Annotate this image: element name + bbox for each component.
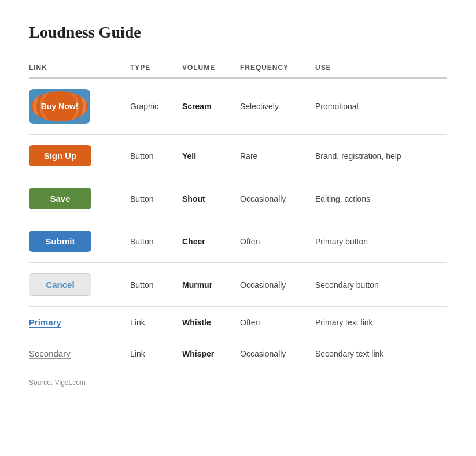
cancel-button[interactable]: Cancel [29,273,91,296]
link-cell: Submit [29,220,124,263]
volume-cell: Whisper [176,338,234,369]
frequency-cell: Occasionally [234,263,309,307]
volume-cell: Whistle [176,307,234,338]
frequency-cell: Occasionally [234,338,309,369]
link-cell: Secondary [29,338,124,369]
type-cell: Button [124,135,176,177]
table-row: PrimaryLinkWhistleOftenPrimary text link [29,307,447,338]
buy-now-label: Buy Now! [41,102,79,111]
table-row: SecondaryLinkWhisperOccasionallySecondar… [29,338,447,369]
primary-link[interactable]: Primary [29,317,61,328]
frequency-cell: Often [234,307,309,338]
type-cell: Link [124,307,176,338]
header-use: USE [309,59,447,78]
use-cell: Primary text link [309,307,447,338]
use-cell: Secondary text link [309,338,447,369]
type-cell: Button [124,220,176,263]
type-cell: Graphic [124,78,176,135]
table-row: SaveButtonShoutOccasionallyEditing, acti… [29,177,447,220]
use-cell: Brand, registration, help [309,135,447,177]
secondary-link[interactable]: Secondary [29,349,71,359]
frequency-cell: Often [234,220,309,263]
frequency-cell: Selectively [234,78,309,135]
loudness-guide-table: LINK TYPE VOLUME FREQUENCY USE Buy Now!G… [29,59,447,369]
frequency-cell: Occasionally [234,177,309,220]
type-cell: Button [124,263,176,307]
link-cell: Cancel [29,263,124,307]
link-cell: Sign Up [29,135,124,177]
header-volume: VOLUME [176,59,234,78]
volume-cell: Cheer [176,220,234,263]
source-attribution: Source: Viget.com [29,379,447,387]
volume-cell: Yell [176,135,234,177]
submit-button[interactable]: Submit [29,231,91,252]
use-cell: Promotional [309,78,447,135]
link-cell: Save [29,177,124,220]
table-row: SubmitButtonCheerOftenPrimary button [29,220,447,263]
sign-up-button[interactable]: Sign Up [29,145,91,166]
page-title: Loudness Guide [29,23,447,42]
type-cell: Link [124,338,176,369]
table-row: CancelButtonMurmurOccasionallySecondary … [29,263,447,307]
frequency-cell: Rare [234,135,309,177]
use-cell: Secondary button [309,263,447,307]
type-cell: Button [124,177,176,220]
link-cell: Primary [29,307,124,338]
table-row: Buy Now!GraphicScreamSelectivelyPromotio… [29,78,447,135]
header-frequency: FREQUENCY [234,59,309,78]
header-link: LINK [29,59,124,78]
volume-cell: Murmur [176,263,234,307]
header-type: TYPE [124,59,176,78]
buy-now-graphic[interactable]: Buy Now! [29,89,90,124]
save-button[interactable]: Save [29,188,91,209]
volume-cell: Scream [176,78,234,135]
link-cell: Buy Now! [29,78,124,135]
table-row: Sign UpButtonYellRareBrand, registration… [29,135,447,177]
use-cell: Primary button [309,220,447,263]
use-cell: Editing, actions [309,177,447,220]
volume-cell: Shout [176,177,234,220]
